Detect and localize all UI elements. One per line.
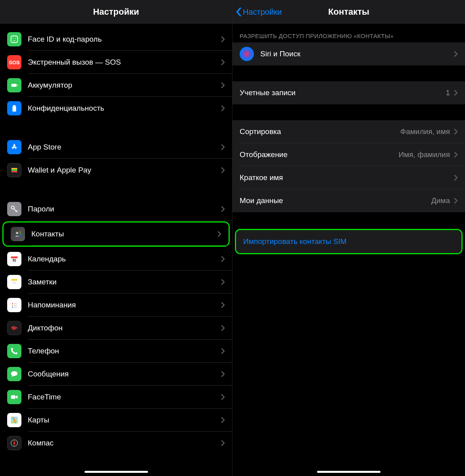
row-facetime[interactable]: FaceTime: [0, 386, 232, 409]
label-faceid: Face ID и код-пароль: [28, 35, 221, 44]
settings-title: Настройки: [93, 7, 139, 17]
chevron-right-icon: [221, 36, 225, 42]
highlight-import: Импортировать контакты SIM: [235, 229, 463, 254]
label-calendar: Календарь: [28, 255, 221, 263]
svg-rect-10: [20, 231, 21, 233]
row-import-sim[interactable]: Импортировать контакты SIM: [236, 230, 461, 253]
voicememo-icon: [7, 321, 21, 335]
contacts-icon: [11, 227, 25, 241]
key-icon: [7, 202, 21, 216]
svg-point-1: [13, 38, 13, 39]
chevron-right-icon: [221, 348, 225, 354]
back-label: Настройки: [243, 8, 282, 17]
chevron-right-icon: [221, 59, 225, 65]
highlight-contacts: Контакты: [2, 221, 230, 247]
chevron-right-icon: [221, 394, 225, 400]
chevron-right-icon: [454, 129, 458, 135]
row-siri[interactable]: Siri и Поиск: [232, 42, 465, 65]
home-indicator[interactable]: [85, 471, 148, 473]
row-notes[interactable]: Заметки: [0, 271, 232, 294]
appstore-icon: [7, 140, 21, 154]
faceid-icon: [7, 32, 21, 46]
row-display[interactable]: Отображение Имя, фамилия: [232, 143, 465, 166]
siri-icon: [240, 47, 254, 61]
row-sort[interactable]: Сортировка Фамилия, имя: [232, 120, 465, 143]
row-sos[interactable]: SOSЭкстренный вызов — SOS: [0, 51, 232, 74]
notes-icon: [7, 275, 21, 289]
row-voicememo[interactable]: Диктофон: [0, 317, 232, 340]
display-label: Отображение: [240, 150, 399, 159]
svg-rect-7: [12, 171, 17, 173]
row-contacts[interactable]: Контакты: [4, 223, 229, 246]
label-facetime: FaceTime: [28, 393, 221, 401]
contacts-header: Настройки Контакты: [232, 0, 465, 24]
svg-rect-6: [12, 169, 17, 171]
label-battery: Аккумулятор: [28, 81, 221, 90]
svg-rect-12: [20, 235, 21, 236]
privacy-icon: [7, 101, 21, 115]
contacts-pane: Настройки Контакты РАЗРЕШИТЬ ДОСТУП ПРИЛ…: [232, 0, 465, 476]
chevron-right-icon: [221, 325, 225, 331]
row-mydata[interactable]: Мои данные Дима: [232, 189, 465, 212]
row-shortname[interactable]: Краткое имя: [232, 166, 465, 189]
accounts-label: Учетные записи: [240, 88, 446, 97]
svg-rect-27: [11, 395, 15, 399]
svg-rect-11: [20, 233, 21, 234]
wallet-icon: [7, 163, 21, 177]
label-wallet: Wallet и Apple Pay: [28, 166, 221, 175]
row-reminders[interactable]: Напоминания: [0, 294, 232, 317]
home-indicator[interactable]: [317, 471, 380, 473]
chevron-right-icon: [454, 175, 458, 181]
svg-rect-4: [17, 84, 17, 86]
back-button[interactable]: Настройки: [236, 7, 282, 17]
chevron-right-icon: [221, 105, 225, 111]
row-privacy[interactable]: Конфиденциальность: [0, 97, 232, 120]
row-compass[interactable]: Компас: [0, 432, 232, 455]
chevron-right-icon: [221, 206, 225, 212]
sort-value: Фамилия, имя: [400, 127, 450, 136]
row-calendar[interactable]: 31Календарь: [0, 248, 232, 271]
label-sos: Экстренный вызов — SOS: [28, 58, 221, 67]
contacts-content: РАЗРЕШИТЬ ДОСТУП ПРИЛОЖЕНИЮ «КОНТАКТЫ» S…: [232, 24, 465, 254]
phone-icon: [7, 344, 21, 358]
accounts-value: 1: [446, 88, 450, 97]
row-maps[interactable]: Карты: [0, 409, 232, 432]
svg-point-23: [12, 307, 13, 308]
row-battery[interactable]: Аккумулятор: [0, 74, 232, 97]
chevron-right-icon: [221, 279, 225, 285]
row-passwords[interactable]: Пароли: [0, 198, 232, 221]
row-phone[interactable]: Телефон: [0, 340, 232, 363]
shortname-label: Краткое имя: [240, 173, 454, 182]
chevron-right-icon: [221, 417, 225, 423]
svg-rect-5: [12, 168, 17, 170]
label-privacy: Конфиденциальность: [28, 104, 221, 113]
label-passwords: Пароли: [28, 205, 221, 213]
row-wallet[interactable]: Wallet и Apple Pay: [0, 159, 232, 182]
svg-point-22: [12, 305, 13, 306]
chevron-right-icon: [221, 167, 225, 173]
settings-pane: Настройки Face ID и код-парольSOSЭкстрен…: [0, 0, 232, 476]
row-accounts[interactable]: Учетные записи 1: [232, 81, 465, 104]
compass-icon: [7, 436, 21, 450]
chevron-right-icon: [221, 82, 225, 88]
chevron-right-icon: [221, 302, 225, 308]
row-faceid[interactable]: Face ID и код-пароль: [0, 28, 232, 51]
mydata-value: Дима: [431, 196, 450, 205]
chevron-right-icon: [454, 152, 458, 158]
chevron-right-icon: [217, 231, 221, 237]
chevron-right-icon: [221, 256, 225, 262]
contacts-title: Контакты: [328, 7, 369, 17]
display-value: Имя, фамилия: [399, 150, 450, 159]
messages-icon: [7, 367, 21, 381]
label-compass: Компас: [28, 439, 221, 447]
import-sim-label: Импортировать контакты SIM: [243, 237, 454, 246]
label-contacts: Контакты: [31, 230, 217, 238]
svg-rect-3: [12, 84, 17, 86]
chevron-right-icon: [454, 90, 458, 96]
label-messages: Сообщения: [28, 370, 221, 378]
settings-header: Настройки: [0, 0, 232, 24]
row-messages[interactable]: Сообщения: [0, 363, 232, 386]
svg-rect-14: [11, 257, 18, 259]
row-appstore[interactable]: App Store: [0, 136, 232, 159]
settings-list[interactable]: Face ID и код-парольSOSЭкстренный вызов …: [0, 24, 232, 455]
